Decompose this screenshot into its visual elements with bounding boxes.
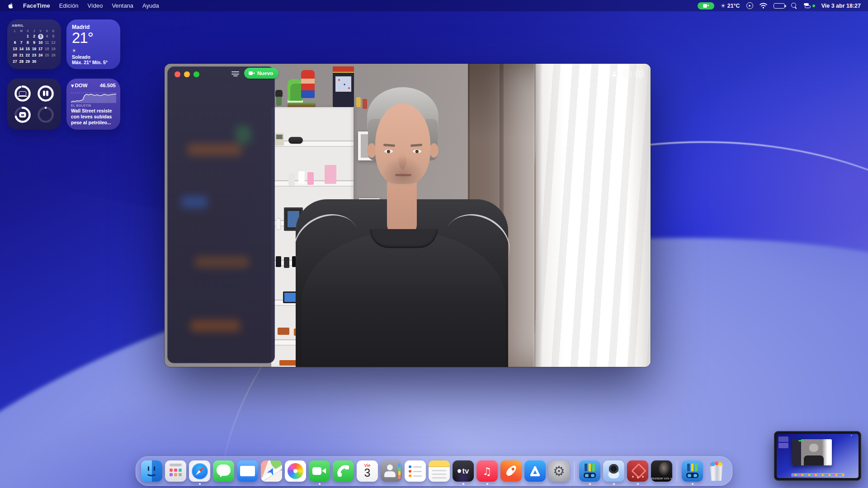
calendar-day: 18 <box>44 46 50 52</box>
calendar-day: 19 <box>50 46 57 52</box>
control-center[interactable] <box>804 3 815 8</box>
calendar-day: 30 <box>31 59 37 65</box>
dock-icon-appletv[interactable]: tv <box>453 460 474 482</box>
menu-edición[interactable]: Edición <box>59 2 79 9</box>
person-ear <box>429 143 439 158</box>
calendar-day: 10 <box>38 40 44 46</box>
close-button[interactable] <box>175 71 180 77</box>
dock-icon-mail[interactable] <box>237 460 258 482</box>
mini-desktop <box>777 434 859 478</box>
pink-box <box>325 165 336 184</box>
dock-icon-maps[interactable] <box>261 460 282 482</box>
dock-icon-geekbench2[interactable] <box>682 460 703 482</box>
dock-icon-re4[interactable]: RESIDENT EVIL 4 <box>651 460 672 482</box>
running-indicator <box>692 483 693 485</box>
calendar-day: 2 <box>31 33 37 39</box>
menu-clock[interactable]: Vie 3 abr 18:27 <box>821 3 861 9</box>
menu-bar: FaceTimeEdiciónVídeoVentanaAyuda ☀ 21°C … <box>0 0 868 11</box>
menu-facetime[interactable]: FaceTime <box>23 2 50 9</box>
video-camera-icon <box>249 71 255 75</box>
dock-icon-settings[interactable]: ⚙ <box>548 460 570 482</box>
calendar-day: 28 <box>18 59 24 65</box>
dock-icon-phone[interactable] <box>333 460 354 482</box>
calendar-day: 9 <box>31 40 37 46</box>
camera-in-use-indicator[interactable] <box>698 2 714 9</box>
dock-icon-redapp[interactable] <box>627 460 648 482</box>
new-facetime-button[interactable]: Nuevo <box>244 68 278 79</box>
desktop: FaceTimeEdiciónVídeoVentanaAyuda ☀ 21°C … <box>0 0 868 488</box>
macbook-icon <box>19 91 26 96</box>
dock-icon-notes[interactable] <box>429 460 450 482</box>
calendar-widget[interactable]: ABRIL LMXJVSD 12345678910111213141516171… <box>7 19 61 69</box>
spotlight-search-icon[interactable] <box>791 3 797 9</box>
weather-widget[interactable]: Madrid 21° ☀ Soleado Máx. 21° Mín. 5° <box>66 19 120 69</box>
dock-icon-apps[interactable] <box>165 460 186 482</box>
dock-icon-reminders[interactable] <box>405 460 426 482</box>
dock-icon-facetime[interactable] <box>309 460 330 482</box>
dock-icon-music[interactable]: ♫ <box>476 460 498 482</box>
dock-divider <box>677 461 677 481</box>
calendar-days-grid: 1234567891011121314151617181920212223242… <box>12 33 57 65</box>
wifi-icon[interactable] <box>760 3 767 9</box>
blurred-shelf-reflection <box>190 320 240 332</box>
filter-list-icon[interactable] <box>231 71 240 77</box>
dock-icon-lens[interactable] <box>603 460 624 482</box>
dock-icon-messages[interactable] <box>213 460 234 482</box>
dock-icon-contacts[interactable] <box>381 460 402 482</box>
sun-icon: ☀ <box>721 3 726 9</box>
screen-preview-pip[interactable] <box>774 431 861 481</box>
stock-sparkline-chart <box>71 89 116 103</box>
now-playing-icon[interactable]: ▸ <box>746 2 753 9</box>
weather-temperature: 21° <box>72 30 115 46</box>
f-stop-icon: ƒ <box>626 71 628 77</box>
dock-icon-safari[interactable] <box>189 460 210 482</box>
wallpaper-shape <box>646 27 868 343</box>
calendar-day: 21 <box>18 52 24 58</box>
dock-icon-rocket[interactable] <box>500 460 522 482</box>
dock-icon-calendar[interactable]: Vie3 <box>357 460 378 482</box>
menu-ventana[interactable]: Ventana <box>112 2 133 9</box>
calendar-day: 8 <box>24 40 31 46</box>
portrait-mode-button[interactable] <box>609 69 619 79</box>
status-menus: ☀ 21°C ▸ Vie 3 abr 18:27 <box>698 2 861 9</box>
person-shirt: adidas <box>302 232 506 367</box>
window-traffic-lights <box>175 71 199 77</box>
dock-icon-appstore[interactable] <box>524 460 546 482</box>
filters-button[interactable]: ƒ <box>622 69 632 79</box>
calendar-day: 27 <box>12 59 18 65</box>
facetime-window: adidas <box>165 64 651 367</box>
weather-status[interactable]: ☀ 21°C <box>721 3 740 9</box>
blurred-shelf-reflection <box>188 144 242 155</box>
ipods <box>298 171 305 184</box>
dock-icon-geekbench[interactable] <box>579 460 600 482</box>
calendar-day: 25 <box>44 52 50 58</box>
weather-condition: Soleado <box>72 54 115 60</box>
calendar-day: 26 <box>50 52 57 58</box>
facetime-sidebar[interactable] <box>167 66 275 363</box>
dock-icon-photos[interactable] <box>285 460 306 482</box>
eye <box>384 150 393 153</box>
menu-ayuda[interactable]: Ayuda <box>142 2 159 9</box>
charging-bolt-icon <box>778 4 781 8</box>
zoom-button[interactable] <box>193 71 199 77</box>
dock-icon-trash[interactable] <box>706 460 727 482</box>
minimize-button[interactable] <box>184 71 190 77</box>
mini-widgets <box>778 436 788 448</box>
menu-vídeo[interactable]: Vídeo <box>87 2 103 9</box>
calendar-day: 13 <box>12 46 18 52</box>
pixel-mario-yoshi-figure <box>288 70 316 107</box>
apple-logo-icon[interactable] <box>7 2 14 9</box>
stock-news-source: EL BOLETIN <box>71 104 116 107</box>
temperature-label: 21°C <box>727 3 740 9</box>
dock-icon-finder[interactable] <box>141 460 162 482</box>
weather-sun-icon: ☀ <box>72 48 115 54</box>
calendar-day: 24 <box>38 52 44 58</box>
calendar-day: 4 <box>44 33 50 39</box>
phone-collection <box>276 256 281 267</box>
battery-icon[interactable] <box>774 3 785 9</box>
stocks-widget[interactable]: ▼ DOW 46.505 EL BOLETIN Wall Street resi… <box>66 79 120 130</box>
batteries-widget[interactable] <box>7 79 61 130</box>
center-stage-button[interactable] <box>634 69 645 79</box>
funko-figure <box>274 90 283 107</box>
calendar-day: 5 <box>50 33 57 39</box>
